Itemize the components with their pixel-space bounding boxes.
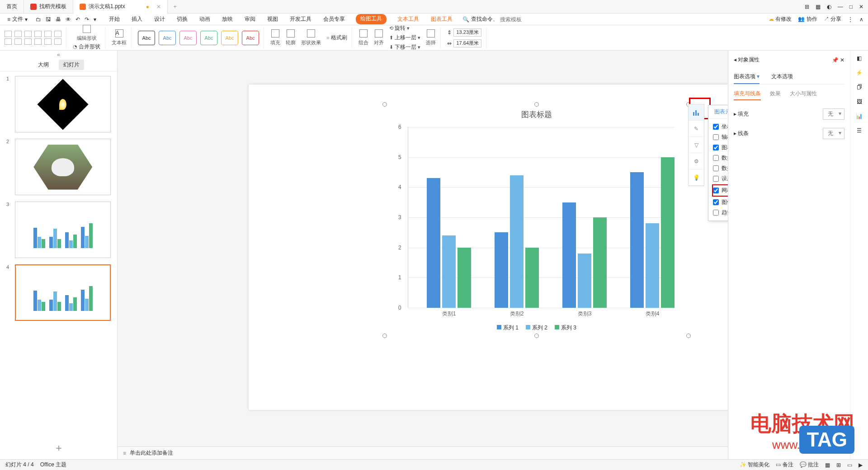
height-input[interactable] xyxy=(453,28,481,37)
collapse-ribbon-icon[interactable]: ∧ xyxy=(859,16,863,23)
move-down-button[interactable]: ⬇ 下移一层 ▾ xyxy=(389,43,420,51)
slide-thumb-4[interactable] xyxy=(15,264,111,321)
comment-button[interactable]: 💬 批注 xyxy=(800,461,819,469)
maximize-icon[interactable]: □ xyxy=(849,4,853,10)
style-3[interactable]: Abc xyxy=(179,31,197,45)
slide-thumb-3[interactable] xyxy=(15,202,111,258)
effect-subtab[interactable]: 效果 xyxy=(770,90,781,100)
chart-options-tab[interactable]: 图表选项 ▾ xyxy=(734,70,760,84)
view-reading-icon[interactable]: ▭ xyxy=(847,462,852,468)
more-qat[interactable]: ▾ xyxy=(94,16,96,23)
tab-start[interactable]: 开始 xyxy=(108,14,121,24)
style-1[interactable]: Abc xyxy=(138,31,155,45)
command-search[interactable]: 🔍 查找命令、 xyxy=(462,15,554,23)
view-normal-icon[interactable]: ▦ xyxy=(825,462,830,468)
move-up-button[interactable]: ⬆ 上移一层 ▾ xyxy=(389,34,420,42)
print-icon[interactable]: 🖶 xyxy=(56,16,61,23)
tab-dev[interactable]: 开发工具 xyxy=(289,14,312,24)
style-icon[interactable]: ◧ xyxy=(857,55,862,61)
tab-home[interactable]: 首页 xyxy=(0,0,24,14)
anim-icon[interactable]: ⚡ xyxy=(856,70,863,76)
slide-thumb-1[interactable] xyxy=(15,76,111,132)
chart-element-数据表[interactable]: 数据表 xyxy=(713,163,728,174)
tab-document[interactable]: 演示文稿1.pptx●✕ xyxy=(73,0,168,14)
width-input[interactable] xyxy=(453,39,481,47)
size-prop-subtab[interactable]: 大小与属性 xyxy=(790,90,817,100)
bulb-icon[interactable]: 💡 xyxy=(689,169,704,186)
fill-button[interactable]: 填充 xyxy=(270,29,280,46)
textbox-icon[interactable]: A xyxy=(115,29,123,38)
chart-object[interactable]: 图表标题 0123456类别1类别2类别3类别4 系列 1系列 2系列 3 ✎ … xyxy=(385,105,688,335)
close-pane-icon[interactable]: ✕ xyxy=(840,57,844,63)
tab-design[interactable]: 设计 xyxy=(153,14,166,24)
tab-add[interactable]: ＋ xyxy=(168,3,182,10)
tab-drawing-tools[interactable]: 绘图工具 xyxy=(356,14,387,24)
layers-icon[interactable]: 🗍 xyxy=(857,84,862,90)
tab-review[interactable]: 审阅 xyxy=(244,14,256,24)
align-button[interactable]: 对齐 xyxy=(374,29,384,46)
tab-animation[interactable]: 动画 xyxy=(198,14,211,24)
open-icon[interactable]: 🗀 xyxy=(36,16,41,23)
select-button[interactable]: 选择 xyxy=(426,29,436,46)
chart-element-趋势线[interactable]: 趋势线 xyxy=(713,207,728,218)
style-2[interactable]: Abc xyxy=(159,31,176,45)
style-6[interactable]: Abc xyxy=(242,31,259,45)
redo-icon[interactable]: ↷ xyxy=(85,16,89,23)
popup-tab-elements[interactable]: 图表元素 xyxy=(708,105,728,118)
line-select[interactable]: 无 xyxy=(823,128,844,139)
notes-button[interactable]: ▭ 备注 xyxy=(776,461,793,469)
chart-element-图例[interactable]: 图例 xyxy=(713,197,728,207)
chart-element-网格线[interactable]: 网格线 xyxy=(712,184,728,197)
format-painter[interactable]: ⟐ 格式刷 xyxy=(326,34,347,42)
chart-element-误差线[interactable]: 误差线 xyxy=(713,174,728,184)
tab-template[interactable]: 找稻壳模板 xyxy=(24,0,73,14)
minimize-icon[interactable]: — xyxy=(838,4,843,10)
outline-tab[interactable]: 大纲 xyxy=(33,60,53,70)
slide-canvas[interactable]: 图表标题 0123456类别1类别2类别3类别4 系列 1系列 2系列 3 ✎ … xyxy=(118,51,728,459)
textbox-label[interactable]: 文本框 xyxy=(112,39,127,46)
tab-insert[interactable]: 插入 xyxy=(131,14,143,24)
chart-element-数据标签[interactable]: 数据标签 xyxy=(713,153,728,163)
chart-legend[interactable]: 系列 1系列 2系列 3 xyxy=(385,324,688,332)
apps-icon[interactable]: ▦ xyxy=(816,4,821,10)
style-5[interactable]: Abc xyxy=(221,31,238,45)
chart-element-轴标题[interactable]: 轴标题 xyxy=(713,132,728,142)
save-icon[interactable]: 🖫 xyxy=(46,16,51,23)
tab-text-tools[interactable]: 文本工具 xyxy=(396,14,420,24)
fill-select[interactable]: 无 xyxy=(823,108,844,120)
tab-view[interactable]: 视图 xyxy=(266,14,279,24)
more-icon[interactable]: ⋮ xyxy=(848,16,853,23)
chart-plot-area[interactable]: 0123456类别1类别2类别3类别4 xyxy=(408,127,675,308)
file-menu[interactable]: ≡ 文件 ▾ xyxy=(5,14,30,24)
cloud-status[interactable]: ☁ 有修改 xyxy=(769,15,792,23)
user-icon[interactable]: ◐ xyxy=(827,4,831,10)
gear-icon[interactable]: ⚙ xyxy=(689,153,704,169)
notes-bar[interactable]: ≡ 单击此处添加备注 xyxy=(118,446,728,459)
settings-side-icon[interactable]: ☰ xyxy=(857,127,862,134)
image-icon[interactable]: 🖼 xyxy=(857,99,862,105)
layout-icon[interactable]: ⊞ xyxy=(805,4,809,10)
search-input[interactable] xyxy=(500,16,554,23)
outline-button[interactable]: 轮廓 xyxy=(286,29,296,46)
share-button[interactable]: ↗ 分享 xyxy=(824,15,841,23)
tab-transition[interactable]: 切换 xyxy=(176,14,189,24)
chart-icon[interactable]: 📊 xyxy=(856,113,863,119)
text-options-tab[interactable]: 文本选项 xyxy=(771,70,793,84)
shapes-gallery[interactable] xyxy=(5,27,66,48)
view-sorter-icon[interactable]: ⊞ xyxy=(836,462,841,468)
pin-icon[interactable]: 📌 xyxy=(832,57,839,63)
slide-thumb-2[interactable] xyxy=(15,139,111,195)
chart-title[interactable]: 图表标题 xyxy=(385,109,688,120)
effect-button[interactable]: 形状效果 xyxy=(301,29,321,46)
group-button[interactable]: 组合 xyxy=(359,29,368,46)
view-slideshow-icon[interactable]: ▶ xyxy=(859,462,863,468)
rotate-button[interactable]: ⟲ 旋转 ▾ xyxy=(389,24,420,32)
close-icon[interactable]: ✕ xyxy=(859,4,863,10)
chart-element-坐标轴[interactable]: 坐标轴 xyxy=(713,122,728,132)
shape-styles[interactable]: Abc Abc Abc Abc Abc Abc xyxy=(138,31,259,45)
beauty-button[interactable]: ✨ 智能美化 xyxy=(740,461,769,469)
coop-button[interactable]: 👥 协作 xyxy=(798,15,817,23)
preview-icon[interactable]: 👁 xyxy=(66,16,71,23)
slides-tab[interactable]: 幻灯片 xyxy=(59,60,84,70)
tab-vip[interactable]: 会员专享 xyxy=(322,14,346,24)
